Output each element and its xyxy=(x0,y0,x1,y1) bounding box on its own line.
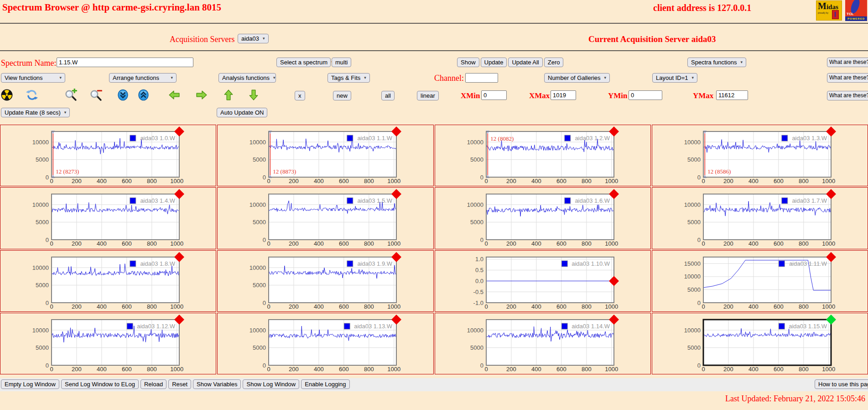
radiation-icon[interactable] xyxy=(1,89,13,101)
svg-text:1000: 1000 xyxy=(170,240,183,247)
number-of-galleries-value: Number of Galleries xyxy=(548,74,601,81)
xmin-input[interactable] xyxy=(481,90,507,100)
xmax-label: XMax xyxy=(529,91,550,100)
multi-button[interactable]: multi xyxy=(332,58,351,67)
svg-text:0: 0 xyxy=(484,303,488,310)
layout-id-dropdown[interactable]: Layout ID=1 ▾ xyxy=(652,73,697,83)
svg-text:0: 0 xyxy=(50,366,53,373)
svg-text:800: 800 xyxy=(581,178,591,184)
channel-input[interactable] xyxy=(465,73,498,83)
spectrum-cell-aida03-1.8.W[interactable]: 020040060080010000500010000aida03 1.8.W xyxy=(0,250,216,312)
show-log-window-button[interactable]: Show Log Window xyxy=(243,379,299,389)
arrange-functions-dropdown[interactable]: Arrange functions ▾ xyxy=(109,73,177,83)
refresh-icon[interactable] xyxy=(26,89,38,101)
arrow-right-icon[interactable] xyxy=(196,89,208,101)
x-button[interactable]: x xyxy=(295,91,305,100)
svg-text:1000: 1000 xyxy=(605,366,618,373)
update-button[interactable]: Update xyxy=(481,58,507,67)
arrow-up-icon[interactable] xyxy=(223,89,234,101)
send-log-to-elog-button[interactable]: Send Log Window to ELog xyxy=(61,379,139,389)
spectrum-cell-aida03-1.13.W[interactable]: 020040060080010000500010000aida03 1.13.W xyxy=(217,313,433,374)
channel-label: Channel: xyxy=(434,74,464,83)
spectrum-cell-aida03-1.1.W[interactable]: 12 (8873)020040060080010000500010000aida… xyxy=(217,125,433,186)
analysis-functions-dropdown[interactable]: Analysis functions ▾ xyxy=(218,73,276,83)
acquisition-server-select[interactable]: aida03 ▾ xyxy=(238,34,269,43)
arrow-left-icon[interactable] xyxy=(168,89,180,101)
tcl-powered-logo[interactable]: TCL POWERED xyxy=(845,0,867,21)
svg-text:0: 0 xyxy=(50,303,53,310)
what-are-these-button-3[interactable]: What are these? xyxy=(827,91,868,100)
tags-fits-dropdown[interactable]: Tags & Fits ▾ xyxy=(327,73,370,83)
spectrum-cell-aida03-1.5.W[interactable]: 020040060080010000500010000aida03 1.5.W xyxy=(217,187,433,249)
svg-text:200: 200 xyxy=(506,303,516,310)
svg-text:aida03 1.11.W: aida03 1.11.W xyxy=(789,260,827,267)
spectrum-cell-aida03-1.6.W[interactable]: 020040060080010000500010000aida03 1.6.W xyxy=(435,187,651,249)
what-are-these-button-1[interactable]: What are these? xyxy=(827,58,868,67)
svg-text:0: 0 xyxy=(267,240,270,247)
number-of-galleries-dropdown[interactable]: Number of Galleries ▾ xyxy=(544,73,610,83)
view-functions-dropdown[interactable]: View functions ▾ xyxy=(1,73,65,83)
spectrum-cell-aida03-1.0.W[interactable]: 12 (8273)020040060080010000500010000aida… xyxy=(0,125,216,186)
spectrum-cell-aida03-1.9.W[interactable]: 020040060080010000500010000aida03 1.9.W xyxy=(217,250,433,312)
xmax-input[interactable] xyxy=(551,90,576,100)
spectrum-cell-aida03-1.3.W[interactable]: 12 (8586)020040060080010000500010000aida… xyxy=(652,125,868,186)
svg-text:800: 800 xyxy=(799,366,809,373)
linear-button[interactable]: linear xyxy=(417,91,439,100)
reset-button[interactable]: Reset xyxy=(168,379,191,389)
spectrum-cell-aida03-1.7.W[interactable]: 020040060080010000500010000aida03 1.7.W xyxy=(652,187,868,249)
svg-text:1000: 1000 xyxy=(388,303,401,310)
spectrum-name-input[interactable] xyxy=(57,58,193,67)
select-spectrum-dropdown[interactable]: Select a spectrum ▾ xyxy=(276,58,331,67)
collapse-up-icon[interactable] xyxy=(138,89,149,101)
svg-text:0: 0 xyxy=(702,366,705,373)
svg-text:800: 800 xyxy=(147,303,157,310)
spectra-functions-dropdown[interactable]: Spectra functions ▾ xyxy=(687,58,746,67)
spectrum-cell-aida03-1.14.W[interactable]: 020040060080010000500010000aida03 1.14.W xyxy=(435,313,651,374)
new-button[interactable]: new xyxy=(333,91,351,100)
spectrum-cell-aida03-1.12.W[interactable]: 020040060080010000500010000aida03 1.12.W xyxy=(0,313,216,374)
svg-text:10000: 10000 xyxy=(467,139,483,146)
svg-text:0: 0 xyxy=(267,178,270,184)
zoom-out-icon[interactable] xyxy=(89,89,102,101)
svg-text:5000: 5000 xyxy=(470,156,483,163)
update-all-button[interactable]: Update All xyxy=(508,58,542,67)
spectrum-cell-aida03-1.11.W[interactable]: 02004006008001000050001000015000aida03 1… xyxy=(652,250,868,312)
spectrum-cell-aida03-1.4.W[interactable]: 020040060080010000500010000aida03 1.4.W xyxy=(0,187,216,249)
what-are-these-button-2[interactable]: What are these? xyxy=(827,73,868,83)
spectrum-cell-aida03-1.10.W[interactable]: 020040060080010001.00.50.0-0.5-1.0aida03… xyxy=(435,250,651,312)
show-variables-button[interactable]: Show Variables xyxy=(193,379,241,389)
collapse-down-icon[interactable] xyxy=(117,89,129,101)
enable-logging-button[interactable]: Enable Logging xyxy=(301,379,349,389)
show-button[interactable]: Show xyxy=(457,58,479,67)
svg-text:600: 600 xyxy=(556,366,567,373)
svg-text:5000: 5000 xyxy=(687,344,701,351)
spectrum-cell-aida03-1.2.W[interactable]: 12 (8082)020040060080010000500010000aida… xyxy=(435,125,651,186)
svg-text:-1.0: -1.0 xyxy=(473,299,483,306)
spectrum-name-label: Spectrum Name: xyxy=(1,58,56,68)
tcl-powered-text: POWERED xyxy=(845,16,867,21)
spectrum-cell-aida03-1.15.W[interactable]: 020040060080010000500010000aida03 1.15.W xyxy=(652,313,868,374)
empty-log-window-button[interactable]: Empty Log Window xyxy=(1,379,59,389)
divider xyxy=(0,50,868,51)
svg-text:0: 0 xyxy=(484,366,488,373)
all-button[interactable]: all xyxy=(381,91,395,100)
svg-text:0: 0 xyxy=(46,174,49,181)
svg-text:200: 200 xyxy=(72,178,82,184)
midas-logo[interactable]: Midas proudly by xyxy=(816,0,842,21)
how-to-use-button[interactable]: How to use this page xyxy=(815,379,868,389)
update-rate-dropdown[interactable]: Update Rate (8 secs) ▾ xyxy=(1,108,70,117)
zero-button[interactable]: Zero xyxy=(544,58,564,67)
auto-update-button[interactable]: Auto Update ON xyxy=(217,108,267,117)
svg-text:1000: 1000 xyxy=(388,366,401,373)
spectrum-browser-app: Spectrum Browser @ http carme-gsi.cryrin… xyxy=(0,0,868,410)
arrow-down-icon[interactable] xyxy=(248,89,260,101)
spectrum-plot: 020040060080010000500010000aida03 1.8.W xyxy=(0,251,216,312)
view-functions-value: View functions xyxy=(5,74,43,81)
ymin-input[interactable] xyxy=(629,90,662,100)
zoom-in-icon[interactable] xyxy=(64,89,77,101)
reload-button[interactable]: Reload xyxy=(140,379,166,389)
svg-text:1000: 1000 xyxy=(822,178,835,184)
svg-text:1000: 1000 xyxy=(388,240,401,247)
svg-text:800: 800 xyxy=(364,303,374,310)
ymax-input[interactable] xyxy=(716,90,748,100)
